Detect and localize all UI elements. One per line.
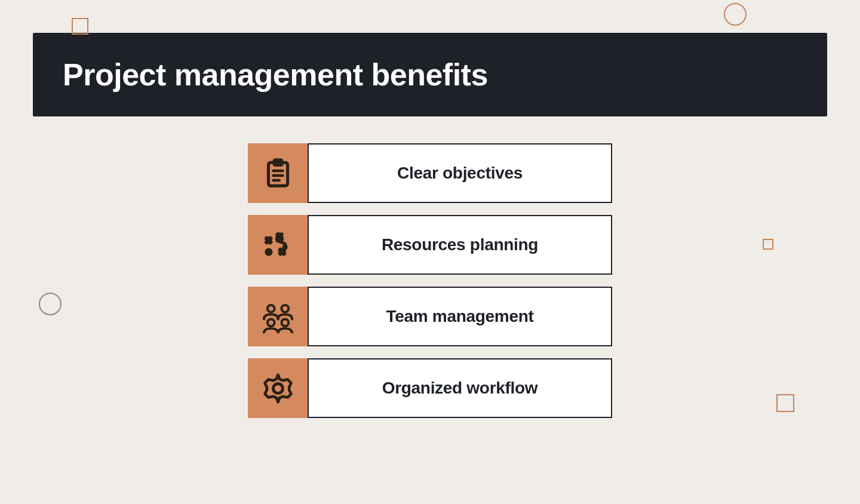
team-icon — [262, 300, 294, 333]
strategy-icon: × 5 ○ × — [262, 229, 294, 262]
organized-workflow-icon-box — [248, 358, 308, 418]
team-management-text-box: Team management — [308, 287, 612, 346]
team-management-label: Team management — [386, 307, 533, 326]
deco-circle-left — [39, 293, 62, 315]
clear-objectives-icon-box — [248, 143, 308, 203]
svg-text:○: ○ — [265, 245, 271, 256]
resources-planning-text-box: Resources planning — [308, 215, 612, 275]
deco-circle-top-right — [724, 3, 747, 26]
page-title: Project management benefits — [63, 57, 797, 93]
svg-point-11 — [267, 319, 274, 326]
deco-square-right-mid — [763, 239, 773, 250]
benefit-row-team-management: Team management — [248, 287, 612, 346]
organized-workflow-label: Organized workflow — [382, 379, 538, 398]
deco-square-right-bottom — [776, 394, 794, 412]
organized-workflow-text-box: Organized workflow — [308, 358, 612, 418]
resources-planning-icon-box: × 5 ○ × — [248, 215, 308, 275]
benefit-row-clear-objectives: Clear objectives — [248, 143, 612, 203]
svg-point-10 — [281, 305, 288, 312]
svg-point-13 — [273, 383, 282, 393]
svg-point-9 — [267, 305, 274, 312]
resources-planning-label: Resources planning — [382, 235, 538, 254]
benefit-row-resources-planning: × 5 ○ × Resources planning — [248, 215, 612, 275]
clear-objectives-text-box: Clear objectives — [308, 143, 612, 203]
team-management-icon-box — [248, 287, 308, 346]
benefit-row-organized-workflow: Organized workflow — [248, 358, 612, 418]
svg-point-12 — [281, 319, 288, 326]
clear-objectives-label: Clear objectives — [397, 164, 523, 183]
deco-square-top-left — [72, 18, 88, 35]
gear-icon — [262, 372, 294, 405]
header-bar: Project management benefits — [33, 33, 827, 116]
clipboard-icon — [262, 157, 294, 190]
benefits-list: Clear objectives × 5 ○ × Resources plann… — [0, 143, 860, 418]
svg-text:×: × — [265, 235, 271, 245]
